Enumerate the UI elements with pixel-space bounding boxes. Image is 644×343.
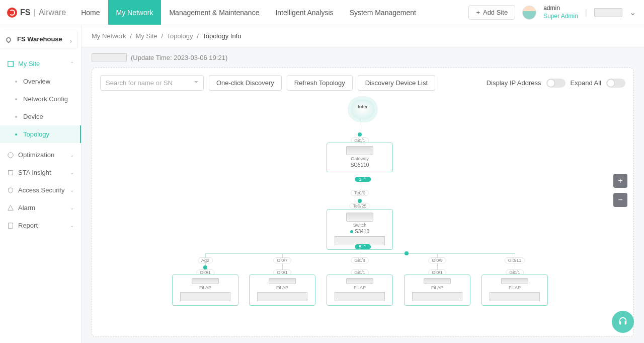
redacted-box bbox=[412, 292, 462, 301]
divider: | bbox=[585, 8, 587, 17]
device-icon bbox=[346, 278, 373, 284]
add-site-label: Add Site bbox=[483, 9, 508, 16]
sidebar-my-site[interactable]: My Site ⌃ bbox=[0, 55, 81, 73]
device-icon bbox=[501, 278, 528, 284]
port-label: Gi0/8 bbox=[351, 257, 369, 263]
zoom-in-button[interactable]: + bbox=[613, 174, 627, 188]
device-icon bbox=[269, 278, 296, 284]
display-ip-toggle[interactable] bbox=[546, 79, 566, 88]
breadcrumb: My Network / My Site / Topology / Topolo… bbox=[82, 25, 644, 47]
redacted-box bbox=[180, 292, 230, 301]
switch-expand-badge[interactable]: 5 ⌃ bbox=[355, 244, 371, 249]
ap-node[interactable]: Fit AP bbox=[327, 275, 393, 306]
port-label: Te0/0 bbox=[351, 190, 369, 196]
topology-toolbar: Search for name or SN One-click Discover… bbox=[92, 68, 633, 98]
sidebar: FS Warehouse › My Site ⌃ Overview Networ… bbox=[0, 25, 82, 343]
switch-model-text: S3410 bbox=[355, 229, 369, 234]
chevron-down-icon[interactable]: ⌄ bbox=[629, 8, 636, 17]
report-icon bbox=[7, 222, 14, 229]
support-chat-button[interactable] bbox=[612, 311, 634, 333]
update-row: (Update Time: 2023-03-06 19:21) bbox=[82, 47, 644, 67]
crumb-sep: / bbox=[197, 32, 199, 40]
ap-node[interactable]: Fit AP bbox=[404, 275, 470, 306]
add-site-button[interactable]: + Add Site bbox=[468, 5, 515, 20]
plus-icon: + bbox=[476, 9, 480, 16]
ap-type: Fit AP bbox=[509, 285, 521, 290]
user-info: admin Super Admin bbox=[543, 5, 578, 20]
gateway-type: Gateway bbox=[351, 156, 369, 161]
nav-my-network[interactable]: My Network bbox=[108, 0, 162, 25]
nav-home[interactable]: Home bbox=[73, 0, 108, 25]
chevron-down-icon: ⌄ bbox=[70, 223, 74, 228]
sidebar-overview[interactable]: Overview bbox=[0, 73, 81, 90]
sidebar-report[interactable]: Report ⌄ bbox=[0, 217, 81, 234]
chevron-up-icon: ⌃ bbox=[70, 61, 74, 66]
chevron-down-icon: ⌄ bbox=[70, 187, 74, 193]
ap-node[interactable]: Fit AP bbox=[481, 275, 548, 306]
language-selector[interactable] bbox=[594, 8, 622, 17]
nav-analysis[interactable]: Intelligent Analysis bbox=[267, 0, 341, 25]
redacted-box bbox=[335, 292, 385, 301]
user-role: Super Admin bbox=[543, 13, 578, 21]
one-click-discovery-button[interactable]: One-click Discovery bbox=[209, 75, 282, 91]
sidebar-topology[interactable]: Topology bbox=[0, 125, 81, 143]
shield-icon bbox=[7, 187, 14, 194]
switch-node[interactable]: Switch S3410 bbox=[327, 209, 393, 250]
cloud-icon bbox=[351, 99, 375, 119]
ap-node[interactable]: Fit AP bbox=[172, 275, 238, 306]
display-ip-label: Display IP Address bbox=[487, 79, 541, 87]
alarm-icon bbox=[7, 204, 14, 212]
gateway-node[interactable]: Gateway SG5110 bbox=[327, 143, 393, 172]
link-status-dot-icon bbox=[358, 199, 362, 203]
site-selector[interactable]: FS Warehouse › bbox=[0, 30, 77, 48]
sidebar-device[interactable]: Device bbox=[0, 108, 81, 125]
internet-label: Inter bbox=[358, 104, 368, 109]
switch-type: Switch bbox=[353, 223, 367, 228]
link-status-dot-icon bbox=[358, 132, 362, 136]
gateway-model: SG5110 bbox=[351, 162, 369, 168]
chevron-down-icon: ⌄ bbox=[70, 205, 74, 211]
sidebar-sta-insight[interactable]: STA Insight ⌄ bbox=[0, 164, 81, 181]
search-input[interactable]: Search for name or SN bbox=[100, 75, 204, 91]
ap-type: Fit AP bbox=[431, 285, 443, 290]
sidebar-alarm[interactable]: Alarm ⌄ bbox=[0, 199, 81, 217]
zoom-out-button[interactable]: − bbox=[613, 193, 627, 207]
port-label: Gi0/11 bbox=[505, 257, 525, 263]
user-avatar-icon[interactable] bbox=[522, 6, 536, 20]
chevron-down-icon: ⌄ bbox=[70, 170, 74, 175]
refresh-topology-button[interactable]: Refresh Topology bbox=[287, 75, 353, 91]
main-content: My Network / My Site / Topology / Topolo… bbox=[82, 25, 644, 343]
site-icon bbox=[7, 60, 14, 67]
link-line bbox=[360, 248, 360, 253]
nav-management[interactable]: Management & Maintenance bbox=[161, 0, 267, 25]
nav-system[interactable]: System Management bbox=[342, 0, 424, 25]
link-status-dot-icon bbox=[203, 265, 207, 269]
sidebar-network-config[interactable]: Network Config bbox=[0, 90, 81, 108]
sidebar-sta-label: STA Insight bbox=[18, 169, 51, 176]
topology-canvas[interactable]: Search for name or SN One-click Discover… bbox=[92, 67, 634, 337]
header-bar: FS | Airware Home My Network Management … bbox=[0, 0, 644, 25]
crumb-my-network[interactable]: My Network bbox=[92, 32, 126, 40]
port-label: Te0/25 bbox=[349, 203, 370, 209]
ap-node[interactable]: Fit AP bbox=[249, 275, 315, 306]
redacted-box bbox=[92, 53, 127, 61]
crumb-my-site[interactable]: My Site bbox=[136, 32, 157, 40]
crumb-topology[interactable]: Topology bbox=[167, 32, 193, 40]
fs-badge-icon bbox=[7, 8, 17, 18]
sidebar-access-security[interactable]: Access Security ⌄ bbox=[0, 181, 81, 199]
sidebar-optimization-label: Optimization bbox=[18, 151, 54, 159]
expand-all-toggle[interactable] bbox=[606, 79, 625, 88]
discovery-device-list-button[interactable]: Discovery Device List bbox=[358, 75, 435, 91]
expand-all-label: Expand All bbox=[571, 79, 601, 87]
redacted-box bbox=[257, 292, 307, 301]
svg-point-1 bbox=[8, 152, 14, 158]
gateway-expand-badge[interactable]: 1 ⌃ bbox=[355, 177, 371, 182]
internet-node[interactable]: Inter bbox=[351, 99, 375, 119]
device-icon bbox=[346, 146, 373, 155]
port-label: Gi0/9 bbox=[428, 257, 446, 263]
sidebar-my-site-label: My Site bbox=[18, 60, 40, 67]
zoom-controls: + − bbox=[613, 174, 627, 207]
brand-logo[interactable]: FS | Airware bbox=[0, 8, 73, 18]
device-icon bbox=[192, 278, 219, 284]
sidebar-optimization[interactable]: Optimization ⌄ bbox=[0, 146, 81, 164]
